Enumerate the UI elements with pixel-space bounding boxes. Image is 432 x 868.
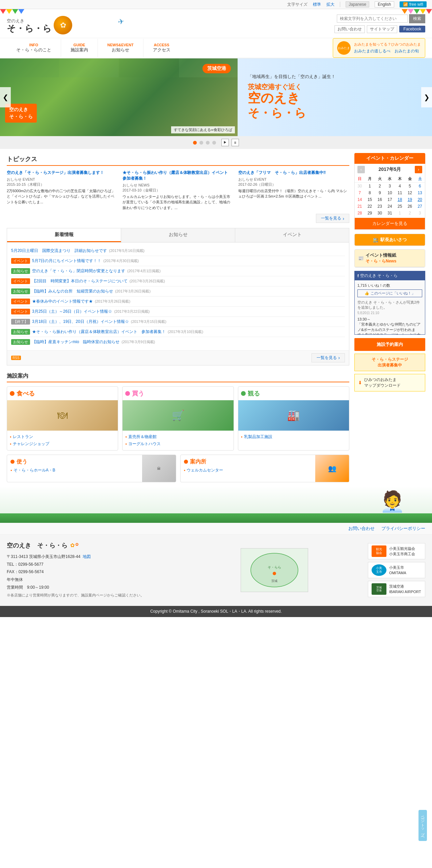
dot-3[interactable] xyxy=(206,141,210,145)
svg-text:茨城: 茨城 xyxy=(271,579,277,583)
partner-ibaraki: 茨城空港 茨城空港IBARAKI AIRPORT xyxy=(368,581,425,597)
facebook-link[interactable]: Facebook xyxy=(399,26,425,32)
hero-next-btn[interactable]: ❯ xyxy=(421,87,432,107)
facility-grid: 食べる 🍽 ●レストラン ●チャレンジショップ xyxy=(7,386,349,451)
topics-title: トピックス xyxy=(7,153,349,166)
omitama-link-row: おみたまの道しるべ おみたまの旬 xyxy=(354,48,421,54)
link-market[interactable]: ●直売所＆物産館 xyxy=(125,433,231,440)
news-link-2[interactable]: 空のえき「そ・ら・ら」閉店時間が変更となります xyxy=(32,268,125,274)
facility-links-eat: ●レストラン ●チャレンジショップ xyxy=(7,431,118,450)
link-dairy[interactable]: ●乳製品加工施設 xyxy=(241,433,346,440)
footer-privacy-link[interactable]: プライバシーポリシー xyxy=(381,526,425,532)
badge-event-1: イベント xyxy=(11,258,30,264)
thumbs-up-icon: 👍 xyxy=(364,291,369,296)
topics-more-link[interactable]: 一覧を見る › xyxy=(316,214,349,223)
badge-event-5: イベント xyxy=(11,299,30,304)
grass-strip xyxy=(0,513,432,523)
facility-info-header: 案内所 xyxy=(184,458,312,465)
cal-prev-btn[interactable]: ‹ xyxy=(357,166,365,173)
font-large-link[interactable]: 拡大 xyxy=(326,2,334,7)
hero-prev-btn[interactable]: ❮ xyxy=(0,87,11,107)
topic-meta-2: おしらせ NEWS2017-03-10（金曜日） xyxy=(123,183,234,193)
news-link-6[interactable]: 3月25日（土）～26日（日）イベント情報☆ xyxy=(32,309,112,314)
logo-main: そ・ら・ら xyxy=(7,24,52,33)
topics-more-row: 一覧を見る › xyxy=(7,214,349,223)
cal-month: 2017年5月 xyxy=(379,167,401,173)
tab-event[interactable]: イベント xyxy=(235,228,349,242)
news-link-4[interactable]: 【臨時】みんなの台所 短縮営業のお知らせ xyxy=(32,288,113,294)
character-figure: 🧑‍💼 xyxy=(380,489,405,513)
header: 空のえき そ・ら・ら ✿ ✈ 検索 お問い合わせ サイトマップ Facebook xyxy=(0,9,432,38)
main-left: トピックス 空のえき「そ・ら・らステージ」出演者募集します！ おしらせ EVEN… xyxy=(7,153,349,482)
nav-omitama: おみたま おみたまを知ってる？ひみつのおみたま おみたまの道しるべ おみたまの旬 xyxy=(333,38,425,58)
tab-new-info[interactable]: 新着情報 xyxy=(7,228,121,242)
nav-item-access[interactable]: ACCESS アクセス xyxy=(143,39,180,57)
logo-emblem: ✿ xyxy=(54,16,72,34)
link-welcome[interactable]: ●ウェルカムセンター xyxy=(184,467,312,473)
cal-next-btn[interactable]: › xyxy=(415,166,422,173)
copyright: Copyright © Omitama City , Soranoeki SOL… xyxy=(0,606,432,617)
hero-text-area: 「地域再生」を目指した「空のえき」誕生！ 茨城空港すぐ近く 空のえき そ・ら・ら xyxy=(238,58,432,136)
cal-link-20[interactable]: 20 xyxy=(417,197,422,202)
dot-4[interactable] xyxy=(212,141,216,145)
footer-contact-link[interactable]: お問い合わせ xyxy=(348,526,375,532)
news-link-1[interactable]: 5月7日の月にちイベント情報です！！ xyxy=(32,258,101,264)
topic-title-1[interactable]: 空のえき「そ・ら・らステージ」出演者募集します！ xyxy=(7,170,118,176)
news-link-7[interactable]: 3月18日（土）、19日、20日（月祝）イベント情報☆ xyxy=(32,319,129,325)
lang-separator xyxy=(340,2,340,7)
cal-link-19[interactable]: 19 xyxy=(408,197,412,202)
fb-like-btn[interactable]: 👍 このページに「いいね！」 xyxy=(357,289,422,297)
main-nav: INFO そ・ら・らのこと GUIDE 施設案内 NEWS&EVENT お知らせ… xyxy=(0,38,432,58)
link-challenge-shop[interactable]: ●チャレンジショップ xyxy=(10,440,115,448)
tab-footer: RSS 一覧を見る › xyxy=(7,350,349,365)
facility-use-info: 使う ●そ・ら・らホールA・B xyxy=(7,455,142,482)
font-standard-link[interactable]: 標準 xyxy=(313,2,321,7)
rss-link[interactable]: RSS xyxy=(11,356,21,360)
facility-rsv-btn[interactable]: 施設予約案内 xyxy=(354,338,425,351)
calendar-more-btn[interactable]: カレンダーを見る xyxy=(355,218,425,229)
news-link-5[interactable]: ★春休み中のイベント情報です★ xyxy=(32,299,93,304)
map-download[interactable]: ⬇ ひみつのおみたま マップダウンロード xyxy=(354,374,425,391)
nav-en-guide: GUIDE xyxy=(71,43,88,47)
news-posted-1: (2017年4月30日掲載) xyxy=(103,258,139,263)
topic-title-2[interactable]: ★そ・ら・ら振わい作り（露店＆体験教室出店）イベント 参加者募集！ xyxy=(123,170,234,181)
nav-item-news[interactable]: NEWS&EVENT お知らせ xyxy=(98,39,143,57)
link-yogurt[interactable]: ●ヨーグルトハウス xyxy=(125,440,231,448)
tab-more-link[interactable]: 一覧を見る › xyxy=(312,353,345,362)
news-link-8[interactable]: ★そ・ら・ら振わい作り（露店＆体験教室出店）イベント 参加者募集！ xyxy=(32,329,166,335)
station-icon: 🚉 xyxy=(373,237,378,242)
cal-link-18[interactable]: 18 xyxy=(398,197,402,202)
hero-pause-btn[interactable]: ⏸ xyxy=(232,139,239,146)
facility-img-buy: 🛒 xyxy=(123,400,233,431)
dot-2[interactable] xyxy=(199,141,203,145)
nav-item-info[interactable]: INFO そ・ら・らのこと xyxy=(7,39,61,57)
news-posted-3: (2017年3月26日掲載) xyxy=(130,279,165,284)
facility-use-header: 使う xyxy=(10,458,139,465)
link-hall[interactable]: ●そ・ら・らホールA・B xyxy=(10,467,139,473)
hero-play-btn[interactable]: ▶ xyxy=(221,139,229,146)
facility-links-watch: ●乳製品加工施設 xyxy=(238,431,349,443)
lang-english[interactable]: English xyxy=(375,1,394,7)
download-icon: ⬇ xyxy=(358,380,362,385)
facebook-icon: f xyxy=(357,274,359,278)
lang-japanese[interactable]: Japanese xyxy=(346,1,369,7)
news-posted-6: (2017年3月22日掲載) xyxy=(114,309,150,314)
flag-decoration-left xyxy=(0,9,34,16)
omitama-link1[interactable]: おみたまの道しるべ xyxy=(354,48,390,54)
contact-link[interactable]: お問い合わせ xyxy=(334,25,365,33)
news-link-9[interactable]: 【臨時】産直キッチンmio 臨時休室のお知らせ xyxy=(32,339,119,345)
news-posted-5: (2017年3月26日掲載) xyxy=(95,299,130,304)
dot-1[interactable] xyxy=(193,141,197,145)
nav-item-guide[interactable]: GUIDE 施設案内 xyxy=(61,39,98,57)
facebook-content: 1,715 いいね！の数 👍 このページに「いいね！」 空のえき そ・ら・ら・さ… xyxy=(355,280,425,334)
link-restaurant[interactable]: ●レストラン xyxy=(10,433,115,440)
news-link-0[interactable]: 5月20日土曜日 国際交流まつり 詳細お知らせです xyxy=(11,248,107,254)
news-posted-2: (2017年4月1日掲載) xyxy=(127,269,161,274)
tab-notice[interactable]: お知らせ xyxy=(121,228,235,242)
calendar-header: ‹ 2017年5月 › xyxy=(355,164,425,175)
news-link-3[interactable]: 【2回目 時間変更】本日のそ・らステージについて xyxy=(32,278,128,284)
footer-map-link[interactable]: 地図 xyxy=(83,554,91,559)
topic-title-3[interactable]: 空のえき「フリマ そ・ら・ら」出店者募集中‼ xyxy=(238,170,349,176)
omitama-link2[interactable]: おみたまの旬 xyxy=(395,48,419,54)
sitemap-link[interactable]: サイトマップ xyxy=(367,25,397,33)
